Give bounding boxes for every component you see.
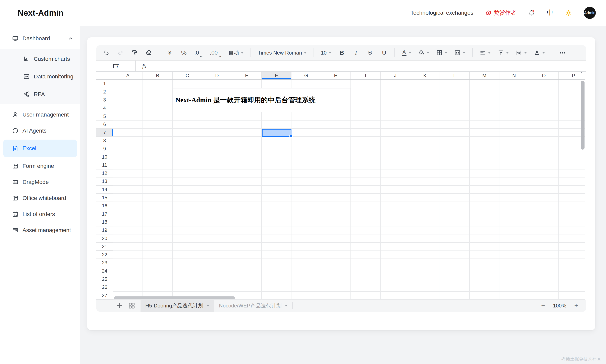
row-header[interactable]: 3 [96,96,113,104]
text-rotate-dropdown[interactable] [532,48,547,58]
row-header[interactable]: 20 [96,234,113,243]
sidebar-item-excel[interactable]: Excel [3,140,77,157]
cells-area[interactable]: Next-Admin 是一款开箱即用的中后台管理系统 [113,80,585,300]
merge-cells-dropdown[interactable] [453,48,467,58]
col-header[interactable]: F [262,72,291,79]
borders-dropdown[interactable] [435,48,449,58]
col-header[interactable]: H [321,72,351,79]
sidebar-item-user-management[interactable]: User management [0,107,80,123]
fill-color-dropdown[interactable] [417,48,431,58]
redo-button[interactable] [115,48,126,58]
row-header[interactable]: 14 [96,186,113,194]
col-header[interactable]: E [232,72,262,79]
col-header[interactable]: O [529,72,559,79]
caret-down-icon[interactable] [285,305,288,306]
row-header[interactable]: 16 [96,202,113,210]
vertical-scrollbar-thumb[interactable] [581,81,584,150]
col-header[interactable]: G [291,72,321,79]
col-header[interactable]: I [351,72,381,79]
text-wrap-dropdown[interactable] [514,48,528,58]
sidebar-item-custom-charts[interactable]: Custom charts [0,50,80,68]
sidebar-item-rpa[interactable]: RPA [0,85,80,103]
percent-format-button[interactable]: % [179,48,189,58]
col-header[interactable]: J [381,72,410,79]
col-header[interactable]: D [202,72,232,79]
sidebar-item-form-engine[interactable]: Form engine [0,158,80,174]
row-header[interactable]: 11 [96,161,113,169]
language-toggle[interactable]: 中 [547,8,553,17]
row-header[interactable]: 2 [96,88,113,96]
avatar[interactable]: Admin [584,7,596,19]
scroll-down-arrow[interactable] [580,72,584,73]
font-size-dropdown[interactable]: 10 [319,48,333,58]
row-header[interactable]: 7 [96,129,113,137]
sidebar-item-office-whiteboard[interactable]: Office whiteboard [0,190,80,206]
sheet-tab-active[interactable]: H5-Dooring产品迭代计划 [140,300,214,312]
number-format-dropdown[interactable]: 自动 [227,48,245,58]
row-header[interactable]: 22 [96,251,113,259]
row-header[interactable]: 27 [96,291,113,300]
notifications-button[interactable] [528,10,535,16]
sidebar-item-dashboard[interactable]: Dashboard [0,30,80,47]
row-header[interactable]: 12 [96,169,113,178]
decrease-decimal-button[interactable]: .0← [193,48,204,58]
sponsor-link[interactable]: 赞赏作者 [485,9,516,17]
bold-button[interactable]: B [337,48,347,58]
sidebar-item-data-monitoring[interactable]: Data monitoring [0,68,80,85]
row-header[interactable]: 8 [96,137,113,145]
row-header[interactable]: 10 [96,153,113,161]
strikethrough-button[interactable]: S [365,48,375,58]
row-header[interactable]: 24 [96,267,113,275]
row-header[interactable]: 9 [96,145,113,153]
add-sheet-button[interactable] [116,302,123,309]
format-painter-button[interactable] [129,48,140,58]
vertical-scrollbar[interactable] [581,80,585,300]
fx-button[interactable]: fx [136,61,153,71]
zoom-in-button[interactable]: + [574,302,578,309]
sidebar-item-asset-management[interactable]: Asset management [0,222,80,238]
currency-format-button[interactable]: ¥ [165,48,175,58]
col-header[interactable]: N [499,72,529,79]
row-header[interactable]: 6 [96,120,113,129]
theme-toggle[interactable] [565,10,572,16]
select-all-corner[interactable] [96,72,113,80]
row-header[interactable]: 13 [96,178,113,186]
nav-technological-exchanges[interactable]: Technological exchanges [410,10,473,16]
sidebar-item-ai-agents[interactable]: AI Agents [0,123,80,139]
horizontal-scrollbar-thumb[interactable] [114,296,235,299]
sheet-tab[interactable]: Nocode/WEP产品迭代计划 [214,300,293,312]
row-header[interactable]: 4 [96,104,113,113]
sidebar-item-dragmode[interactable]: DragMode [0,174,80,190]
col-header[interactable]: M [470,72,499,79]
row-header[interactable]: 23 [96,259,113,267]
row-header[interactable]: 15 [96,194,113,202]
row-header[interactable]: 21 [96,243,113,251]
col-header[interactable]: A [113,72,143,79]
underline-button[interactable]: U [379,48,389,58]
col-header[interactable]: C [173,72,202,79]
vertical-align-dropdown[interactable] [496,48,511,58]
row-header[interactable]: 26 [96,283,113,292]
eraser-button[interactable] [143,48,154,58]
undo-button[interactable] [101,48,112,58]
text-color-dropdown[interactable]: A [400,48,413,58]
caret-down-icon[interactable] [207,305,209,306]
font-family-dropdown[interactable]: Times New Roman [256,48,308,58]
zoom-out-button[interactable]: − [541,302,545,309]
cell-name-box[interactable]: F7 [96,61,136,71]
row-header[interactable]: 17 [96,210,113,218]
sidebar-item-list-of-orders[interactable]: List of orders [0,206,80,222]
formula-input[interactable] [153,61,586,71]
horizontal-align-dropdown[interactable] [478,48,492,58]
row-header[interactable]: 1 [96,80,113,88]
more-tools-button[interactable]: ⋯ [557,48,568,58]
merged-title-cell[interactable]: Next-Admin 是一款开箱即用的中后台管理系统 [173,88,351,113]
col-header[interactable]: B [143,72,173,79]
row-header[interactable]: 18 [96,218,113,226]
row-header[interactable]: 5 [96,112,113,120]
fill-handle[interactable] [289,135,293,138]
col-header[interactable]: L [440,72,470,79]
row-header[interactable]: 25 [96,275,113,283]
sheet-list-button[interactable] [128,302,135,309]
increase-decimal-button[interactable]: .00→ [208,48,223,58]
